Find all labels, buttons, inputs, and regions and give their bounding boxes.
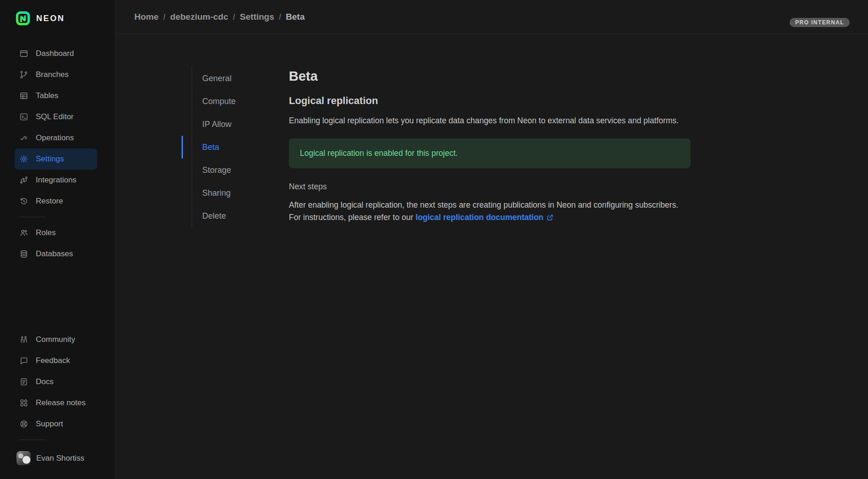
sidebar-main-nav: Dashboard Branches Tables SQL Editor Ope… [15,43,97,264]
gear-icon [19,154,28,164]
sidebar-item-integrations[interactable]: Integrations [15,170,97,191]
tables-icon [19,91,28,100]
feedback-icon [19,356,28,365]
sidebar-item-release-notes[interactable]: Release notes [15,392,97,413]
community-icon [19,335,28,344]
brand-logo[interactable]: NEON [16,11,65,26]
doc-link-label: logical replication documentation [415,213,543,222]
settings-tab-storage[interactable]: Storage [192,159,270,182]
sidebar-item-label: Operations [36,133,74,143]
settings-nav: General Compute IP Allow Beta Storage Sh… [192,67,270,227]
external-link-icon [546,214,554,221]
sidebar-item-dashboard[interactable]: Dashboard [15,43,97,64]
breadcrumb-settings[interactable]: Settings [240,12,274,22]
settings-tab-delete[interactable]: Delete [192,204,270,227]
top-header: Home / debezium-cdc / Settings / Beta [116,0,868,34]
sidebar-item-label: Docs [36,377,54,386]
user-menu[interactable]: Evan Shortiss [17,451,84,465]
description-text: Enabling logical replication lets you re… [289,115,691,127]
integrations-icon [19,176,28,185]
sidebar-item-support[interactable]: Support [15,413,97,435]
brand-wordmark: NEON [36,14,65,23]
neon-logo-icon [16,11,30,26]
sidebar-item-label: Roles [36,228,55,237]
support-icon [19,419,28,429]
dashboard-icon [19,49,28,58]
next-steps-label: Next steps [289,182,691,192]
sidebar-item-label: SQL Editor [36,112,74,121]
operations-icon [19,133,28,143]
breadcrumb-separator: / [279,12,281,22]
success-alert: Logical replication is enabled for this … [289,138,691,168]
branches-icon [19,70,28,79]
breadcrumb: Home / debezium-cdc / Settings / Beta [134,12,304,22]
release-notes-icon [19,398,28,407]
sql-editor-icon [19,112,28,121]
breadcrumb-current: Beta [286,12,304,22]
user-name: Evan Shortiss [36,454,84,463]
sidebar-footer-nav: Community Feedback Docs Release notes Su… [15,329,97,445]
sidebar-item-label: Release notes [36,398,86,407]
settings-tab-compute[interactable]: Compute [192,90,270,113]
settings-tab-general[interactable]: General [192,67,270,90]
settings-tab-beta[interactable]: Beta [192,136,270,159]
sidebar-item-settings[interactable]: Settings [15,149,97,170]
sidebar-divider [19,217,46,217]
sidebar-item-community[interactable]: Community [15,329,97,350]
sidebar-item-tables[interactable]: Tables [15,85,97,106]
sidebar-item-label: Support [36,419,63,429]
sidebar-item-restore[interactable]: Restore [15,191,97,212]
sidebar-item-label: Dashboard [36,49,74,58]
sidebar-item-sql-editor[interactable]: SQL Editor [15,106,97,127]
page-title: Beta [289,69,691,84]
roles-icon [19,228,28,237]
next-steps-paragraph: After enabling logical replication, the … [289,199,691,223]
section-title: Logical replication [289,95,691,107]
breadcrumb-project[interactable]: debezium-cdc [170,12,228,22]
success-alert-message: Logical replication is enabled for this … [300,149,458,158]
sidebar-item-feedback[interactable]: Feedback [15,350,97,371]
settings-tab-sharing[interactable]: Sharing [192,182,270,204]
sidebar-item-label: Databases [36,249,73,259]
sidebar-item-docs[interactable]: Docs [15,371,97,392]
breadcrumb-home[interactable]: Home [134,12,159,22]
sidebar-item-label: Feedback [36,356,70,365]
sidebar-item-branches[interactable]: Branches [15,64,97,85]
sidebar-item-label: Settings [36,154,64,164]
main-content: Beta Logical replication Enabling logica… [289,67,691,223]
sidebar-item-label: Integrations [36,176,77,185]
restore-icon [19,197,28,206]
sidebar-divider [19,440,46,440]
sidebar-item-label: Community [36,335,75,344]
settings-tab-ip-allow[interactable]: IP Allow [192,113,270,136]
database-icon [19,249,28,259]
breadcrumb-separator: / [233,12,235,22]
sidebar-item-operations[interactable]: Operations [15,127,97,149]
plan-badge: PRO INTERNAL [790,18,850,27]
sidebar: NEON Dashboard Branches Tables SQL Edito… [0,0,116,479]
sidebar-item-label: Tables [36,91,58,100]
sidebar-item-roles[interactable]: Roles [15,222,97,243]
user-avatar [17,451,31,465]
sidebar-item-databases[interactable]: Databases [15,243,97,264]
sidebar-item-label: Restore [36,197,63,206]
sidebar-item-label: Branches [36,70,69,79]
breadcrumb-separator: / [163,12,166,22]
logical-replication-doc-link[interactable]: logical replication documentation [415,213,554,222]
docs-icon [19,377,28,386]
